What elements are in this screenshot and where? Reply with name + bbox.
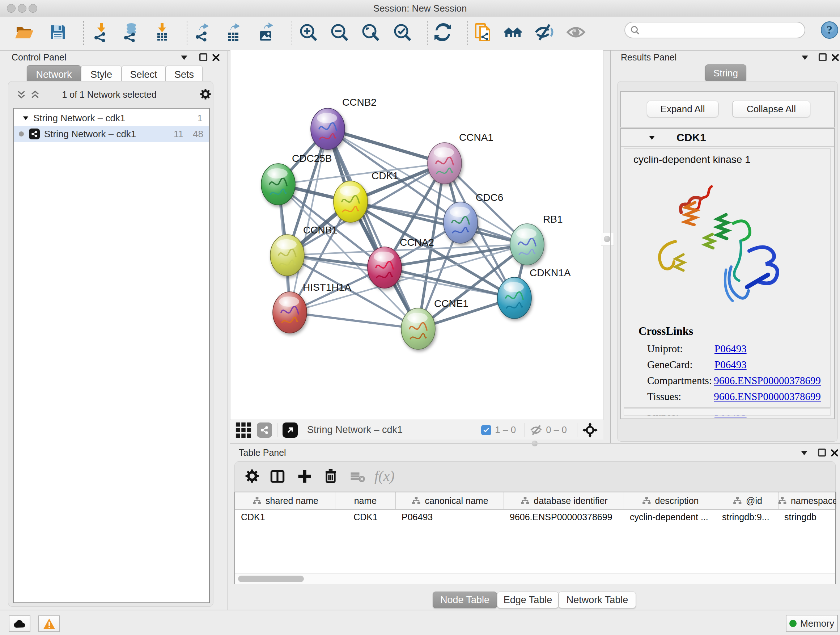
grid-view-icon[interactable] (235, 422, 252, 439)
import-network-from-file-button[interactable] (92, 22, 111, 42)
node-ccne1[interactable] (401, 308, 435, 349)
table-cell-name[interactable]: CDK1 (335, 509, 396, 525)
network-collection-row[interactable]: String Network – cdk1 1 (14, 110, 209, 126)
birdseye-crosshair-icon[interactable] (583, 423, 598, 438)
panel-float-icon[interactable] (818, 52, 828, 62)
expand-all-icon[interactable] (30, 89, 41, 100)
node-cdc25b[interactable] (261, 164, 295, 205)
network-graph[interactable]: CCNB2CCNA1CDC25BCDK1CDC6RB1CCNB1CCNA2CDK… (231, 50, 604, 420)
column-header-name[interactable]: name (335, 492, 396, 509)
hide-selected-button[interactable] (534, 22, 554, 42)
tab-node-table[interactable]: Node Table (433, 592, 497, 608)
collapse-all-icon[interactable] (16, 89, 27, 100)
vertical-splitter-card[interactable] (601, 233, 614, 246)
panel-float-icon[interactable] (817, 448, 827, 458)
crosslink-link[interactable]: P06493 (714, 359, 747, 371)
network-options-gear-icon[interactable] (200, 88, 211, 100)
gene-header-row[interactable]: CDK1 (621, 129, 834, 147)
show-all-button[interactable] (566, 22, 586, 42)
network-share-badge-icon[interactable] (257, 423, 272, 438)
panel-close-icon[interactable] (211, 53, 221, 62)
column-header-canonical-name[interactable]: canonical name (396, 492, 504, 509)
crosslink-row: GeneCard:P06493 (647, 356, 821, 372)
warnings-button[interactable] (38, 616, 60, 632)
selected-checkbox-icon[interactable] (481, 425, 491, 435)
add-column-icon[interactable] (297, 469, 312, 484)
column-header-shared-name[interactable]: shared name (235, 492, 335, 509)
zoom-out-button[interactable] (330, 22, 349, 42)
results-scrollbar-track[interactable] (624, 409, 831, 416)
refresh-button[interactable] (433, 22, 453, 42)
edge-ccnb2-ccne1[interactable] (328, 129, 418, 329)
vertical-divider[interactable] (227, 50, 227, 610)
show-columns-icon[interactable] (270, 469, 286, 484)
import-network-from-database-button[interactable] (120, 22, 140, 42)
zoom-in-button[interactable] (298, 22, 318, 42)
node-cdkn1a[interactable] (497, 277, 531, 318)
clone-network-button[interactable] (474, 22, 493, 42)
column-header--id[interactable]: @id (716, 492, 778, 509)
zoom-selected-button[interactable] (393, 22, 412, 42)
tab-string[interactable]: String (705, 65, 746, 82)
node-cdc6[interactable] (444, 202, 477, 243)
detach-view-icon[interactable] (283, 423, 298, 438)
crosslink-link[interactable]: P06493 (714, 343, 747, 355)
table-hscrollbar-track[interactable] (235, 573, 835, 584)
table-hscrollbar-thumb[interactable] (238, 576, 304, 582)
search-input[interactable] (639, 25, 793, 35)
table-cell-namespace[interactable]: stringdb (778, 509, 836, 525)
vertical-divider[interactable] (610, 50, 611, 443)
help-button[interactable]: ? (821, 21, 838, 39)
collapse-all-button[interactable]: Collapse All (732, 101, 810, 117)
memory-ok-dot (789, 620, 797, 627)
tab-edge-table[interactable]: Edge Table (497, 592, 559, 608)
first-neighbors-button[interactable] (503, 22, 523, 42)
save-session-button[interactable] (48, 22, 68, 42)
collection-expand-icon[interactable] (22, 114, 30, 122)
edge-hist1h1a-ccne1[interactable] (290, 312, 418, 329)
open-session-button[interactable] (14, 22, 34, 42)
table-cell-database-identifier[interactable]: 9606.ENSP00000378699 (504, 509, 624, 525)
node-rb1[interactable] (510, 224, 544, 265)
node-ccnb1[interactable] (270, 234, 304, 276)
table-cell--id[interactable]: stringdb:9... (716, 509, 778, 525)
node-ccna2[interactable] (368, 247, 401, 288)
panel-menu-icon[interactable] (180, 53, 189, 62)
network-row[interactable]: String Network – cdk1 11 48 (14, 126, 209, 142)
network-view-toolbar: String Network – cdk1 1 – 0 0 – 0 (230, 420, 603, 440)
node-ccnb2[interactable] (311, 108, 345, 149)
vertical-splitter-grip[interactable] (604, 236, 610, 242)
table-options-gear-icon[interactable] (245, 469, 259, 483)
node-cdk1[interactable] (333, 181, 368, 222)
export-network-button[interactable] (193, 22, 212, 42)
edge-ccnb2-ccna1[interactable] (328, 129, 445, 163)
crosslink-link[interactable]: 9606.ENSP00000378699 (714, 375, 821, 386)
expand-all-button[interactable]: Expand All (647, 101, 718, 117)
panel-close-icon[interactable] (831, 53, 840, 62)
node-ccna1[interactable] (428, 143, 462, 184)
cloud-status-button[interactable] (9, 616, 30, 632)
column-header-database-identifier[interactable]: database identifier (504, 492, 624, 509)
crosslink-link[interactable]: 9606.ENSP00000378699 (714, 391, 821, 402)
zoom-fit-button[interactable] (361, 22, 380, 42)
panel-float-icon[interactable] (198, 52, 208, 62)
memory-button[interactable]: Memory (786, 615, 838, 632)
column-header-namespace[interactable]: namespace (778, 492, 836, 509)
gene-expand-icon[interactable] (647, 133, 656, 142)
column-header-description[interactable]: description (624, 492, 716, 509)
table-cell-canonical-name[interactable]: P06493 (396, 509, 504, 525)
search-field[interactable] (624, 22, 805, 38)
export-image-button[interactable] (256, 22, 276, 42)
panel-menu-icon[interactable] (799, 448, 809, 458)
table-cell-description[interactable]: cyclin-dependent ... (624, 509, 716, 525)
network-canvas[interactable]: CCNB2CCNA1CDC25BCDK1CDC6RB1CCNB1CCNA2CDK… (230, 50, 603, 420)
panel-close-icon[interactable] (830, 448, 839, 458)
tab-network-table[interactable]: Network Table (559, 592, 636, 608)
table-cell-shared-name[interactable]: CDK1 (235, 509, 335, 525)
table-row[interactable]: CDK1CDK1P064939606.ENSP00000378699cyclin… (235, 509, 835, 525)
panel-menu-icon[interactable] (800, 53, 810, 62)
delete-column-icon[interactable] (323, 468, 338, 484)
import-table-from-file-button[interactable] (152, 22, 172, 42)
node-hist1h1a[interactable] (273, 292, 307, 333)
export-table-button[interactable] (224, 22, 243, 42)
